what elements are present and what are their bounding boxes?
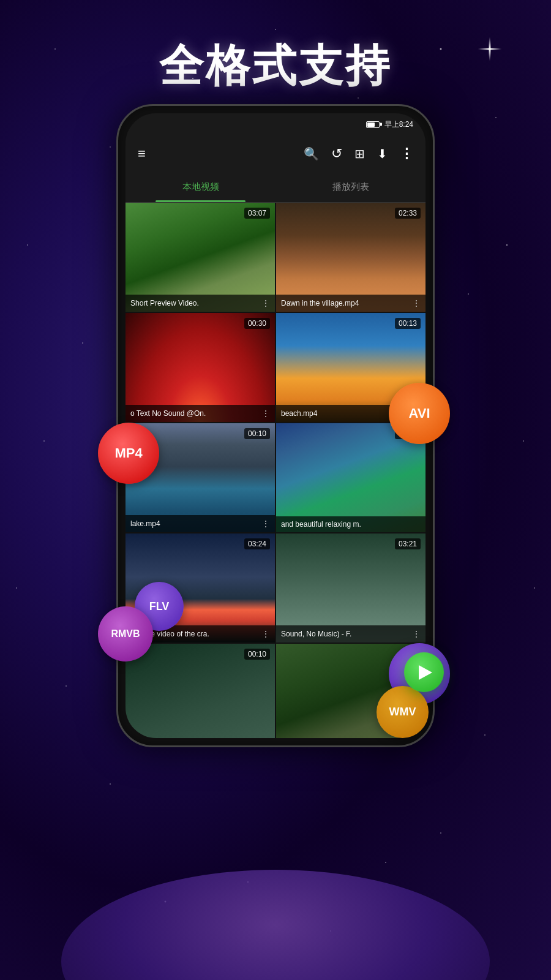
video-more-icon-5[interactable]: ⋮	[261, 519, 270, 529]
video-duration-7: 03:24	[244, 538, 270, 549]
play-fab-button[interactable]	[404, 652, 444, 692]
video-cell-1[interactable]: 03:07 Short Preview Video. ⋮	[126, 203, 275, 312]
video-titlebar-3: o Text No Sound @On. ⋮	[126, 405, 275, 422]
video-more-icon-8[interactable]: ⋮	[412, 629, 421, 639]
tab-bar: 本地视频 播放列表	[126, 172, 425, 203]
battery-icon	[366, 121, 380, 128]
video-duration-9: 00:10	[244, 649, 270, 660]
video-name-6: and beautiful relaxing m.	[281, 520, 421, 529]
page-title: 全格式支持	[0, 37, 551, 96]
toolbar: ≡ 🔍 ↺ ⊞ ⬇ ⋮	[126, 135, 425, 172]
toolbar-right: 🔍 ↺ ⊞ ⬇ ⋮	[304, 146, 413, 162]
video-name-8: Sound, No Music) - F.	[281, 630, 410, 638]
video-name-2: Dawn in the village.mp4	[281, 299, 410, 307]
status-bar: 早上8:24	[126, 113, 425, 135]
video-duration-1: 03:07	[244, 208, 270, 219]
tab-playlist[interactable]: 播放列表	[276, 172, 425, 202]
badge-wmv: WMV	[377, 686, 429, 738]
play-triangle-icon	[419, 665, 432, 680]
video-titlebar-2: Dawn in the village.mp4 ⋮	[276, 295, 425, 312]
video-more-icon-1[interactable]: ⋮	[261, 298, 270, 308]
video-cell-3[interactable]: 00:30 o Text No Sound @On. ⋮	[126, 313, 275, 422]
menu-icon[interactable]: ≡	[138, 147, 146, 160]
phone-mockup: MP4 AVI FLV RMVB MKV WMV 早上8:24	[116, 104, 435, 747]
battery-fill	[367, 123, 375, 127]
phone-screen: 早上8:24 ≡ 🔍 ↺ ⊞ ⬇ ⋮ 本地视频	[126, 113, 425, 738]
grid-icon[interactable]: ⊞	[354, 146, 365, 161]
badge-rmvb: RMVB	[98, 606, 153, 662]
video-cell-9[interactable]: 00:10	[126, 644, 275, 738]
search-icon[interactable]: 🔍	[304, 146, 319, 161]
status-bar-icons: 早上8:24	[366, 119, 413, 130]
video-titlebar-5: lake.mp4 ⋮	[126, 515, 275, 532]
phone-frame: 早上8:24 ≡ 🔍 ↺ ⊞ ⬇ ⋮ 本地视频	[116, 104, 435, 747]
video-cell-8[interactable]: 03:21 Sound, No Music) - F. ⋮	[276, 533, 425, 643]
video-duration-2: 02:33	[395, 208, 421, 219]
planet-decoration	[61, 870, 490, 980]
download-icon[interactable]: ⬇	[377, 146, 388, 161]
video-more-icon-7[interactable]: ⋮	[261, 629, 270, 639]
badge-mp4: MP4	[98, 423, 159, 484]
more-icon[interactable]: ⋮	[400, 146, 413, 162]
badge-avi: AVI	[389, 383, 450, 444]
toolbar-left: ≡	[138, 147, 146, 160]
video-name-3: o Text No Sound @On.	[130, 409, 259, 418]
video-titlebar-8: Sound, No Music) - F. ⋮	[276, 625, 425, 643]
video-more-icon-2[interactable]: ⋮	[412, 298, 421, 308]
video-cell-2[interactable]: 02:33 Dawn in the village.mp4 ⋮	[276, 203, 425, 312]
refresh-icon[interactable]: ↺	[331, 146, 342, 162]
video-more-icon-3[interactable]: ⋮	[261, 409, 270, 418]
video-name-1: Short Preview Video.	[130, 299, 259, 307]
tab-local-video[interactable]: 本地视频	[126, 172, 276, 202]
video-duration-3: 00:30	[244, 318, 270, 329]
video-duration-5: 00:10	[244, 428, 270, 439]
video-grid: 03:07 Short Preview Video. ⋮ 02:33 Dawn …	[126, 203, 425, 738]
video-titlebar-1: Short Preview Video. ⋮	[126, 295, 275, 312]
status-time: 早上8:24	[384, 119, 413, 130]
video-name-5: lake.mp4	[130, 519, 259, 528]
video-titlebar-6: and beautiful relaxing m.	[276, 516, 425, 532]
video-duration-8: 03:21	[395, 538, 421, 549]
video-duration-4: 00:13	[395, 318, 421, 329]
